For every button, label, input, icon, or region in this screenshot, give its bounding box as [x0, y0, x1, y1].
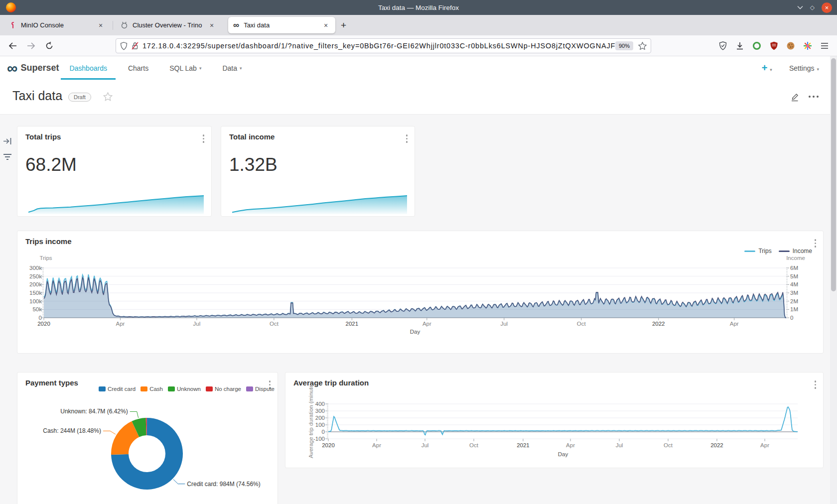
card-total-income: Total income 1.32B: [221, 126, 415, 217]
card-payment-types: Payment types Credit cardCashUnknownNo c…: [17, 372, 278, 504]
svg-text:1M: 1M: [790, 306, 798, 312]
svg-text:2M: 2M: [790, 298, 798, 304]
reload-button[interactable]: [43, 40, 55, 52]
lock-insecure-icon[interactable]: [132, 42, 139, 50]
forward-button[interactable]: [25, 40, 37, 52]
svg-text:100k: 100k: [29, 298, 42, 304]
close-window-icon[interactable]: ×: [822, 2, 832, 13]
url-text[interactable]: 172.18.0.4:32295/superset/dashboard/1/?n…: [142, 42, 615, 50]
card-total-trips: Total trips 68.2M: [17, 126, 212, 217]
window-titlebar: Taxi data — Mozilla Firefox ◇ ×: [0, 0, 837, 15]
svg-text:250k: 250k: [29, 273, 42, 279]
dashboard-header: Taxi data Draft: [0, 80, 830, 115]
chevron-down-icon: ▾: [817, 67, 819, 72]
svg-text:Average trip duration (minute: Average trip duration (minute: [308, 384, 314, 458]
svg-text:Apr: Apr: [566, 442, 575, 448]
svg-text:Trips: Trips: [39, 255, 52, 261]
expand-filters-icon[interactable]: [3, 137, 12, 145]
nav-item-data[interactable]: Data▾: [214, 56, 250, 80]
tab-taxi-data[interactable]: ∞ Taxi data ×: [228, 17, 335, 33]
new-tab-button[interactable]: +: [341, 20, 346, 31]
tab-label: MinIO Console: [21, 21, 91, 29]
nav-item-dashboards[interactable]: Dashboards: [61, 56, 116, 80]
cookie-icon[interactable]: [783, 39, 798, 53]
svg-text:2021: 2021: [346, 321, 359, 327]
svg-text:4M: 4M: [790, 281, 798, 287]
superset-brand[interactable]: Superset: [20, 63, 59, 73]
payment-types-donut-chart[interactable]: Credit card: 984M (74.56%)Cash: 244M (18…: [17, 373, 279, 504]
tab-minio-console[interactable]: MinIO Console ×: [4, 17, 110, 33]
svg-text:Jul: Jul: [616, 442, 623, 448]
tab-bar: MinIO Console × Cluster Overview - Trino…: [0, 15, 837, 35]
url-bar[interactable]: 172.18.0.4:32295/superset/dashboard/1/?n…: [116, 38, 651, 53]
tab-cluster-overview-trino[interactable]: Cluster Overview - Trino ×: [116, 17, 221, 33]
card-avg-trip-duration: Average trip duration 4003002001000-1002…: [285, 372, 824, 468]
ublock-shield-icon[interactable]: [766, 39, 781, 53]
svg-text:200: 200: [315, 415, 325, 421]
trips-income-chart[interactable]: 300k6M250k5M200k4M150k3M100k2M50k1M00Tri…: [17, 231, 824, 354]
edit-pencil-icon[interactable]: [790, 92, 800, 102]
page-title: Taxi data: [12, 89, 62, 103]
svg-text:Jul: Jul: [421, 442, 429, 448]
scrollbar-thumb[interactable]: [831, 58, 836, 291]
tab-label: Taxi data: [244, 21, 316, 29]
nav-item-sql-lab[interactable]: SQL Lab▾: [161, 56, 210, 80]
svg-text:Unknown: 84.7M (6.42%): Unknown: 84.7M (6.42%): [60, 408, 128, 415]
status-badge: Draft: [68, 93, 91, 102]
filter-rail: [3, 137, 12, 160]
scrollbar-track[interactable]: [830, 56, 837, 504]
zoom-level-badge[interactable]: 90%: [615, 41, 633, 50]
downloads-icon[interactable]: [732, 39, 747, 53]
chart-title: Total trips: [25, 132, 61, 141]
tab-close-icon[interactable]: ×: [321, 21, 330, 29]
sparkline-chart[interactable]: [232, 194, 407, 214]
filter-funnel-icon[interactable]: [3, 153, 12, 160]
settings-menu[interactable]: Settings▾: [789, 64, 819, 73]
svg-text:Jul: Jul: [193, 321, 201, 327]
menu-hamburger-icon[interactable]: [817, 39, 832, 53]
chart-menu-kebab-icon[interactable]: [406, 134, 408, 143]
tab-close-icon[interactable]: ×: [207, 21, 216, 29]
svg-text:Jul: Jul: [500, 321, 508, 327]
superset-navbar: ∞ Superset Dashboards Charts SQL Lab▾ Da…: [0, 56, 830, 80]
svg-text:0: 0: [322, 429, 325, 435]
svg-text:-100: -100: [313, 436, 325, 442]
chart-menu-kebab-icon[interactable]: [203, 134, 205, 143]
add-new-button[interactable]: +▾: [762, 62, 772, 74]
extension-green-ring-icon[interactable]: [749, 39, 764, 53]
trino-icon: [121, 21, 128, 29]
restore-window-icon[interactable]: ◇: [810, 4, 815, 10]
tab-close-icon[interactable]: ×: [96, 21, 105, 29]
browser-toolbar: 172.18.0.4:32295/superset/dashboard/1/?n…: [0, 35, 837, 56]
svg-text:Oct: Oct: [469, 442, 479, 448]
more-options-icon[interactable]: [809, 96, 819, 98]
svg-text:300: 300: [315, 408, 325, 414]
chevron-down-icon: ▾: [240, 66, 242, 71]
minio-icon: [9, 22, 16, 29]
svg-text:Day: Day: [410, 329, 420, 335]
svg-text:Income: Income: [786, 255, 805, 261]
svg-text:5M: 5M: [790, 273, 798, 279]
nav-item-charts[interactable]: Charts: [120, 56, 157, 80]
extension-sparkle-icon[interactable]: [800, 39, 815, 53]
svg-text:300k: 300k: [29, 265, 42, 271]
sparkline-chart[interactable]: [28, 194, 204, 214]
svg-text:6M: 6M: [790, 265, 798, 271]
svg-text:400: 400: [315, 401, 325, 407]
svg-text:Apr: Apr: [422, 321, 431, 327]
chevron-down-icon[interactable]: [797, 5, 803, 9]
protections-shield-icon[interactable]: [715, 39, 730, 53]
svg-text:2020: 2020: [37, 321, 50, 327]
big-number-value: 1.32B: [229, 154, 278, 175]
favorite-star-icon[interactable]: [103, 92, 113, 101]
avg-trip-duration-chart[interactable]: 4003002001000-1002020AprJulOct2021AprJul…: [285, 373, 824, 469]
superset-logo-icon[interactable]: ∞: [7, 61, 17, 76]
back-button[interactable]: [6, 40, 18, 52]
svg-text:3M: 3M: [790, 290, 798, 296]
svg-text:Apr: Apr: [760, 442, 769, 448]
shield-icon[interactable]: [120, 42, 128, 50]
svg-text:Apr: Apr: [730, 321, 739, 327]
bookmark-star-icon[interactable]: [638, 42, 647, 50]
dashboard-body: Total trips 68.2M Total income 1.32B Tri…: [0, 115, 830, 504]
svg-text:2021: 2021: [517, 442, 530, 448]
